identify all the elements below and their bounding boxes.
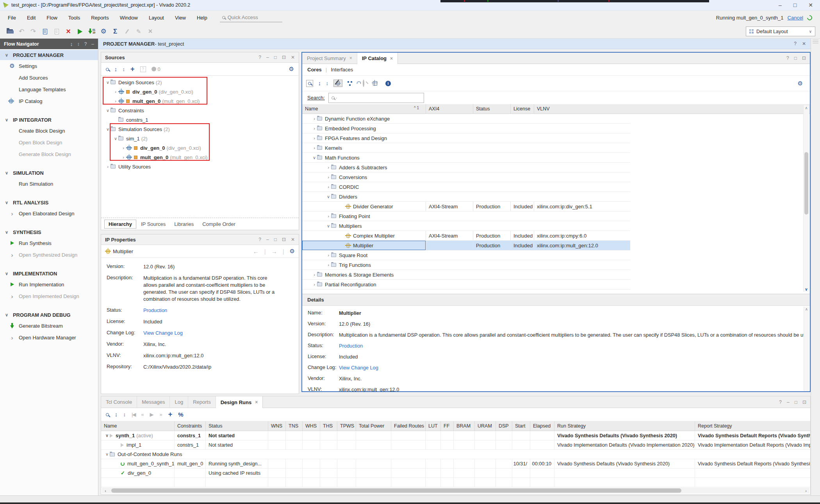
flownav-section-implementation[interactable]: ∨IMPLEMENTATION	[0, 268, 98, 279]
menu-item-help[interactable]: Help	[191, 12, 213, 23]
sources-tree-item-div-gen-0[interactable]: ›div_gen_0 (div_gen_0.xci)	[101, 87, 299, 96]
close-icon[interactable]: ✕	[808, 2, 813, 8]
chevron-right-icon[interactable]: ›	[326, 263, 331, 267]
sources-tree-item-constraints[interactable]: ∨Constraints	[101, 106, 299, 115]
ip-catalog-row-trig-functions[interactable]: ›Trig Functions	[302, 260, 630, 270]
float-panel-icon[interactable]: ⊡	[802, 399, 806, 405]
flownav-item-language-templates[interactable]: Language Templates	[0, 83, 98, 95]
gear-icon[interactable]: ⚙	[289, 66, 294, 73]
chevron-right-icon[interactable]: ›	[312, 282, 317, 287]
back-arrow-icon[interactable]: ←	[253, 248, 259, 255]
tab-messages[interactable]: Messages	[137, 396, 170, 408]
ip-catalog-row-cordic[interactable]: ›CORDIC	[302, 182, 630, 192]
minimize-panel-icon[interactable]: –	[91, 41, 94, 47]
menu-item-edit[interactable]: Edit	[21, 12, 41, 23]
info-icon[interactable]: i	[385, 81, 391, 86]
details-field-value[interactable]: Production	[339, 343, 363, 350]
catalog-search-input[interactable]: -	[328, 93, 424, 103]
menu-item-tools[interactable]: Tools	[63, 12, 86, 23]
chevron-down-icon[interactable]: ∨	[105, 108, 111, 113]
close-panel-icon[interactable]: ✕	[291, 237, 295, 242]
close-tab-icon[interactable]: ×	[255, 399, 258, 405]
ip-catalog-row-divider-generator[interactable]: Divider GeneratorAXI4-StreamProductionIn…	[302, 202, 630, 211]
help-icon[interactable]: ?	[258, 55, 261, 60]
chevron-right-icon[interactable]: ›	[312, 116, 317, 121]
ip-catalog-row-kernels[interactable]: ›Kernels	[302, 143, 630, 153]
ip-catalog-row-adders-subtracters[interactable]: ›Adders & Subtracters	[302, 163, 630, 172]
chevron-right-icon[interactable]: ›	[113, 99, 118, 103]
flownav-section-ip-integrator[interactable]: ∨IP INTEGRATOR	[0, 115, 98, 125]
menu-item-file[interactable]: File	[2, 12, 21, 23]
column-header-wns[interactable]: WNS	[268, 421, 285, 431]
create-run-icon[interactable]: +	[168, 410, 173, 419]
chevron-right-icon[interactable]: ›	[312, 126, 317, 131]
settings-gear-icon[interactable]: ⚙	[98, 27, 109, 37]
maximize-icon[interactable]: □	[793, 2, 797, 8]
flownav-item-generate-block-design[interactable]: Generate Block Design	[0, 148, 98, 160]
flownav-item-open-elaborated-design[interactable]: ›Open Elaborated Design	[0, 208, 98, 219]
ip-catalog-row-conversions[interactable]: ›Conversions	[302, 172, 630, 182]
column-header-name[interactable]: Name	[101, 421, 174, 431]
column-header-tpws[interactable]: TPWS	[337, 421, 356, 431]
maximize-panel-icon[interactable]: □	[274, 237, 277, 242]
column-header-tns[interactable]: TNS	[285, 421, 302, 431]
flownav-section-program-and-debug[interactable]: ∨PROGRAM AND DEBUG	[0, 310, 98, 320]
design-run-row-impl-1[interactable]: impl_1constrs_1Not startedVivado Impleme…	[101, 440, 810, 450]
quick-access-search[interactable]: Quick Access	[220, 13, 282, 22]
column-header-ff[interactable]: FF	[440, 421, 453, 431]
tab-ip-sources[interactable]: IP Sources	[137, 220, 169, 228]
scroll-up-icon[interactable]: ∧	[804, 307, 809, 311]
ip-settings-icon[interactable]	[373, 81, 377, 85]
horizontal-scrollbar[interactable]: ‹ ›	[102, 488, 809, 493]
chevron-right-icon[interactable]: ›	[312, 136, 317, 140]
sources-tree-item-simulation-sources[interactable]: ∨Simulation Sources (2)	[101, 124, 299, 134]
gear-icon[interactable]: ⚙	[798, 80, 806, 87]
chevron-down-icon[interactable]: ∨	[104, 433, 110, 438]
ip-catalog-row-multipliers[interactable]: ∨Multipliers	[302, 221, 630, 231]
collapse-all-icon[interactable]: ↨	[115, 412, 118, 417]
sources-tree-item-utility-sources[interactable]: ›Utility Sources	[101, 162, 299, 171]
add-sources-icon[interactable]: +	[130, 65, 135, 73]
sources-tree-item-design-sources[interactable]: ∨Design Sources (2)	[101, 78, 299, 87]
chevron-down-icon[interactable]: ∨	[326, 194, 331, 199]
tab-ip-catalog[interactable]: IP Catalog×	[357, 53, 398, 64]
cancel-run-link[interactable]: Cancel	[788, 15, 803, 21]
chevron-right-icon[interactable]: ›	[326, 165, 331, 170]
search-icon[interactable]	[306, 80, 313, 87]
minimize-panel-icon[interactable]: –	[787, 399, 790, 405]
column-header-report-strategy[interactable]: Report Strategy	[695, 421, 810, 431]
tab-tcl-console[interactable]: Tcl Console	[101, 396, 137, 408]
chevron-right-icon[interactable]: ›	[312, 146, 317, 150]
flownav-section-synthesis[interactable]: ∨SYNTHESIS	[0, 227, 98, 237]
expand-all-icon[interactable]: ↕	[326, 80, 329, 86]
chevron-down-icon[interactable]: ∨	[312, 155, 317, 160]
details-scrollbar[interactable]: ∧	[804, 307, 809, 391]
column-header-run-strategy[interactable]: Run Strategy	[554, 421, 695, 431]
tab-project-summary[interactable]: Project Summary×	[302, 53, 357, 64]
column-header-elapsed[interactable]: Elapsed	[530, 421, 554, 431]
generate-bitstream-icon[interactable]: 0110	[87, 27, 97, 37]
flownav-item-create-block-design[interactable]: Create Block Design	[0, 125, 98, 137]
column-header-start[interactable]: Start	[512, 421, 530, 431]
flownav-item-generate-bitstream[interactable]: Generate Bitstream	[0, 320, 98, 332]
help-icon[interactable]: ?	[794, 41, 797, 46]
chevron-right-icon[interactable]: ›	[326, 185, 331, 189]
flownav-item-run-implementation[interactable]: Run Implementation	[0, 279, 98, 290]
flownav-item-run-synthesis[interactable]: Run Synthesis	[0, 237, 98, 249]
forward-arrow-icon[interactable]: →	[271, 248, 277, 255]
search-icon[interactable]	[106, 66, 109, 72]
tab-libraries[interactable]: Libraries	[170, 220, 198, 228]
tab-design-runs[interactable]: Design Runs×	[216, 396, 263, 408]
chevron-down-icon[interactable]: ∨	[326, 224, 331, 229]
scroll-up-icon[interactable]: ∧	[804, 106, 809, 110]
ip-catalog-row-complex-multiplier[interactable]: Complex MultiplierAXI4-StreamProductionI…	[302, 231, 630, 241]
ip-catalog-row-fpga-features-and-design[interactable]: ›FPGA Features and Design	[302, 133, 630, 143]
catalog-vertical-scrollbar[interactable]: ∧ ∨	[803, 105, 809, 292]
menu-item-layout[interactable]: Layout	[143, 12, 169, 23]
play-run-icon[interactable]: ▶	[150, 412, 154, 417]
flownav-section-rtl-analysis[interactable]: ∨RTL ANALYSIS	[0, 197, 98, 208]
tab-reports[interactable]: Reports	[188, 396, 216, 408]
flownav-item-open-block-design[interactable]: Open Block Design	[0, 137, 98, 148]
column-header-whs[interactable]: WHS	[302, 421, 320, 431]
column-header-lut[interactable]: LUT	[425, 421, 440, 431]
